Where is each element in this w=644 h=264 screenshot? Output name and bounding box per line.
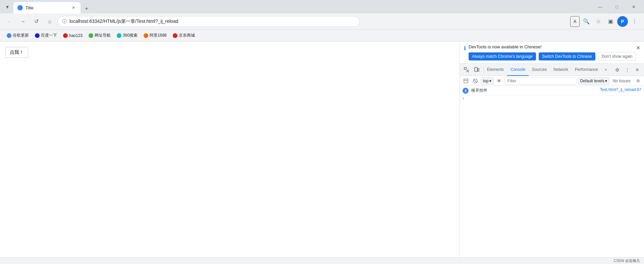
bookmark-favicon-hao123 [63,33,68,38]
console-filter-input[interactable] [504,77,577,85]
top-context-selector[interactable]: top ▾ [481,77,494,85]
svg-line-6 [474,79,477,82]
notification-close-button[interactable]: ✕ [635,44,641,51]
sidebar-button[interactable]: ▣ [605,16,616,27]
new-tab-button[interactable]: + [82,4,91,13]
close-button[interactable]: ✕ [626,1,641,12]
console-clear-button[interactable] [471,77,479,85]
active-tab[interactable]: Title ✕ [13,2,80,13]
entry-badge: 4 [463,88,469,94]
chevron-down-icon: ▾ [489,79,491,83]
console-entry: 4 移开控件 Test.html?_ij_reload:67 [460,86,644,95]
svg-rect-0 [464,68,466,70]
svg-rect-2 [478,69,479,71]
bookmark-label-google: 谷歌更新 [13,33,29,38]
inspect-element-button[interactable] [462,65,471,75]
title-bar: ▾ Title ✕ + — □ ✕ [0,0,644,13]
home-button[interactable]: ⌂ [44,16,55,27]
tab-sources[interactable]: Sources [529,64,550,76]
default-levels-label: Default levels [580,79,604,83]
maximize-button[interactable]: □ [609,1,625,12]
toolbar-right: A 🔍 ☆ ▣ P ⋮ [570,16,640,27]
window-controls: — □ ✕ [592,1,641,12]
devtools-panel: ℹ DevTools is now available in Chinese! … [460,42,644,257]
bookmark-360[interactable]: 360搜索 [114,31,140,40]
bookmark-ali[interactable]: 阿里1688 [141,31,169,40]
default-levels-selector[interactable]: Default levels ▾ [578,77,609,85]
click-button[interactable]: 点我！ [5,47,28,58]
tab-elements[interactable]: Elements [484,64,507,76]
devtools-notification: ℹ DevTools is now available in Chinese! … [460,42,644,64]
info-icon: ℹ [464,45,466,51]
notification-content: DevTools is now available in Chinese! Al… [469,44,640,61]
bookmark-wangzhi[interactable]: 网址导航 [86,31,113,40]
devtools-right-icons: ⚙ ⋮ ✕ [610,65,644,75]
bookmark-favicon-ali [144,33,148,38]
bookmark-favicon-google [7,33,11,38]
bookmark-favicon-jd [173,33,177,38]
bookmark-label-ali: 阿里1688 [150,33,167,38]
secure-icon: ⓘ [62,18,67,25]
svg-rect-1 [475,68,477,72]
toolbar: ← → ↺ ⌂ ⓘ localhost:63342/HTML/js第一章/Tes… [0,13,644,30]
search-button[interactable]: 🔍 [581,16,592,27]
url-text: localhost:63342/HTML/js第一章/Test.html?_ij… [69,18,355,25]
back-button[interactable]: ← [4,16,15,27]
minimize-button[interactable]: — [592,1,608,12]
devtools-more-button[interactable]: ⋮ [623,65,632,75]
bookmark-label-baidu: 百度一下 [41,33,57,38]
devtools-close-button[interactable]: ✕ [633,65,642,75]
console-output: 4 移开控件 Test.html?_ij_reload:67 › [460,86,644,257]
bookmark-button[interactable]: ☆ [593,16,604,27]
bookmark-favicon-wangzhi [89,33,93,38]
bookmark-label-hao123: hao123 [69,33,83,38]
bookmark-baidu[interactable]: 百度一下 [32,31,60,40]
notification-buttons: Always match Chrome's language Switch De… [469,52,640,61]
tab-title: Title [25,5,68,10]
notification-text: DevTools is now available in Chinese! [469,44,640,49]
console-eye-button[interactable]: 👁 [495,77,503,85]
dont-show-again-button[interactable]: Don't show again [598,52,636,61]
status-text: CSDN @蓝幽凡 [614,258,640,263]
tab-performance[interactable]: Performance [572,64,601,76]
entry-text: 移开控件 [471,87,597,93]
bookmark-label-360: 360搜索 [123,33,138,38]
address-bar[interactable]: ⓘ localhost:63342/HTML/js第一章/Test.html?_… [58,16,360,27]
bookmark-jd[interactable]: 京东商城 [170,31,198,40]
tab-console[interactable]: Console [507,64,529,76]
tab-list: Title ✕ + [13,0,592,13]
console-expand-button[interactable]: › [460,95,644,101]
no-issues-text: No Issues [613,79,631,83]
entry-link[interactable]: Test.html?_ij_reload:67 [600,87,641,92]
tab-close-button[interactable]: ✕ [70,5,76,11]
devtools-settings-button[interactable]: ⚙ [612,65,622,75]
tab-favicon [17,5,23,10]
bookmark-favicon-baidu [35,33,40,38]
console-drawer-button[interactable] [462,77,470,85]
bookmarks-bar: 谷歌更新 百度一下 hao123 网址导航 360搜索 阿里1688 京东商城 [0,30,644,42]
recent-tabs-button[interactable]: ▾ [3,2,12,11]
device-toggle-button[interactable] [472,65,481,75]
bookmark-google[interactable]: 谷歌更新 [4,31,32,40]
bookmark-favicon-360 [117,33,121,38]
console-toolbar: top ▾ 👁 Default levels ▾ No Issues ⚙ [460,76,644,86]
reload-button[interactable]: ↺ [31,16,42,27]
menu-button[interactable]: ⋮ [629,16,640,27]
browser-status-bar: CSDN @蓝幽凡 [0,257,644,264]
bookmark-label-wangzhi: 网址导航 [95,33,111,38]
no-issues-badge: No Issues [611,79,633,83]
forward-button[interactable]: → [17,16,28,27]
bookmark-hao123[interactable]: hao123 [60,32,85,39]
svg-rect-3 [464,79,468,83]
devtools-tabs: Elements Console Sources Network Perform… [484,64,610,76]
tab-more[interactable]: » [601,64,610,76]
profile-button[interactable]: P [617,16,628,27]
levels-chevron-icon: ▾ [605,79,607,83]
page-content: 点我！ [0,42,460,257]
content-area: 点我！ ℹ DevTools is now available in Chine… [0,42,644,257]
always-match-language-button[interactable]: Always match Chrome's language [469,52,536,60]
switch-devtools-chinese-button[interactable]: Switch DevTools to Chinese [539,52,595,60]
tab-network[interactable]: Network [550,64,572,76]
issues-settings-button[interactable]: ⚙ [634,77,642,85]
translate-button[interactable]: A [570,16,580,27]
